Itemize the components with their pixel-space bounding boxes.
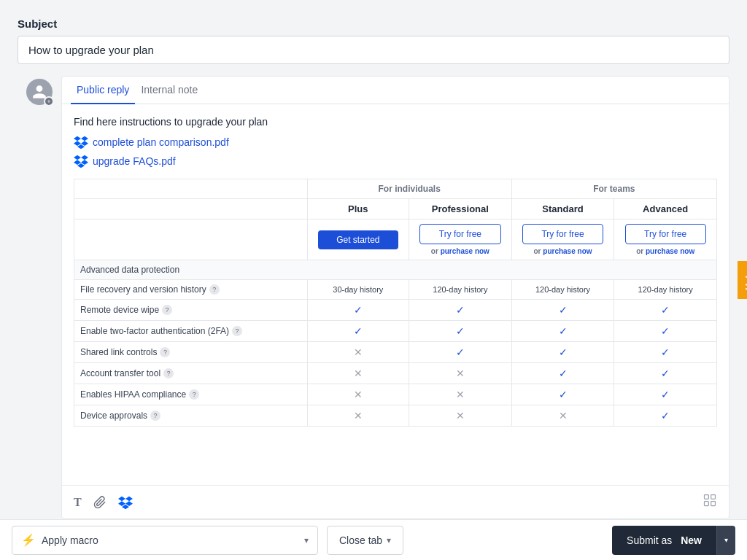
editor-body[interactable]: Find here instructions to upgrade your p… bbox=[62, 104, 729, 485]
feature-name-remote-wipe: Remote device wipe bbox=[80, 305, 159, 315]
dropbox-attach-icon[interactable] bbox=[118, 495, 133, 510]
submit-chevron-icon: ▾ bbox=[724, 536, 728, 544]
info-icon-2fa[interactable]: ? bbox=[232, 326, 242, 336]
table-row: File recovery and version history ? 30-d… bbox=[74, 280, 717, 300]
feature-check: ✓ bbox=[354, 325, 363, 337]
submit-new-label: New bbox=[681, 534, 702, 546]
info-icon-file-recovery[interactable]: ? bbox=[209, 284, 220, 295]
feature-check: ✓ bbox=[354, 304, 363, 316]
purchase-link-standard: or purchase now bbox=[518, 247, 608, 255]
file-link-1[interactable]: complete plan comparison.pdf bbox=[74, 135, 717, 149]
macro-label: Apply macro bbox=[42, 534, 98, 546]
feature-name-account-transfer: Account transfer tool bbox=[80, 368, 160, 378]
feature-cross: ✕ bbox=[456, 410, 465, 421]
feature-value: 120-day history bbox=[535, 285, 590, 294]
file-link-2-text: upgrade FAQs.pdf bbox=[93, 155, 176, 167]
add-user-badge-icon bbox=[46, 98, 52, 104]
editor-panel: Public reply Internal note Find here ins… bbox=[61, 76, 729, 519]
close-tab-label: Close tab bbox=[339, 534, 382, 546]
for-individuals-header: For individuals bbox=[307, 179, 511, 199]
feature-cross: ✕ bbox=[456, 368, 465, 379]
text-format-icon[interactable]: T bbox=[74, 496, 82, 509]
chevron-down-icon: ▾ bbox=[304, 535, 309, 545]
feature-name-shared-link: Shared link controls bbox=[80, 347, 157, 357]
bottom-bar: ⚡ Apply macro ▾ Close tab ▾ Submit as Ne… bbox=[0, 519, 747, 560]
subject-input[interactable] bbox=[18, 36, 729, 64]
help-button[interactable]: Help bbox=[738, 261, 747, 299]
info-icon-shared-link[interactable]: ? bbox=[160, 347, 170, 357]
feature-cross: ✕ bbox=[354, 389, 363, 400]
submit-button-group: Submit as New ▾ bbox=[612, 526, 735, 555]
close-tab-button[interactable]: Close tab ▾ bbox=[327, 526, 403, 555]
feature-check: ✓ bbox=[661, 304, 670, 316]
get-started-button[interactable]: Get started bbox=[318, 230, 398, 249]
feature-check: ✓ bbox=[661, 389, 670, 400]
table-row: Remote device wipe ? ✓ ✓ ✓ ✓ bbox=[74, 300, 717, 321]
avatar-badge bbox=[44, 96, 54, 106]
feature-cross: ✕ bbox=[354, 410, 363, 421]
purchase-link-advanced: or purchase now bbox=[620, 247, 711, 255]
plan-plus: Plus bbox=[314, 203, 403, 214]
close-tab-chevron-icon: ▾ bbox=[387, 535, 391, 545]
avatar-column bbox=[18, 76, 61, 519]
feature-name-2fa: Enable two-factor authentication (2FA) bbox=[80, 326, 229, 336]
feature-check: ✓ bbox=[661, 410, 670, 421]
feature-value: 120-day history bbox=[638, 285, 693, 294]
table-row: Device approvals ? ✕ ✕ ✕ ✓ bbox=[74, 405, 717, 427]
feature-check: ✓ bbox=[456, 346, 465, 358]
tab-internal-note[interactable]: Internal note bbox=[135, 77, 204, 104]
feature-cross: ✕ bbox=[354, 368, 363, 379]
submit-dropdown-button[interactable]: ▾ bbox=[716, 526, 735, 555]
svg-rect-3 bbox=[711, 502, 716, 506]
feature-name-device-approvals: Device approvals bbox=[80, 411, 147, 421]
feature-check: ✓ bbox=[661, 346, 670, 358]
tab-public-reply[interactable]: Public reply bbox=[71, 77, 135, 104]
dropbox-icon-2 bbox=[74, 154, 88, 168]
dropbox-icon-1 bbox=[74, 135, 88, 149]
svg-rect-0 bbox=[705, 495, 709, 499]
lightning-icon: ⚡ bbox=[21, 533, 36, 547]
purchase-link-professional: or purchase now bbox=[415, 247, 506, 255]
try-free-standard-button[interactable]: Try for free bbox=[522, 224, 603, 244]
feature-cross: ✕ bbox=[559, 410, 568, 421]
comparison-table: For individuals For teams Plus Professio… bbox=[74, 179, 717, 427]
expand-toolbar-icon[interactable] bbox=[703, 493, 717, 511]
submit-as-new-button[interactable]: Submit as New bbox=[612, 526, 716, 555]
info-icon-hipaa[interactable]: ? bbox=[189, 389, 199, 400]
plan-professional: Professional bbox=[415, 203, 506, 214]
subject-label: Subject bbox=[18, 18, 729, 30]
plan-standard: Standard bbox=[518, 203, 608, 214]
feature-check: ✓ bbox=[559, 389, 568, 400]
tab-bar: Public reply Internal note bbox=[62, 77, 729, 104]
feature-check: ✓ bbox=[559, 325, 568, 337]
file-link-2[interactable]: upgrade FAQs.pdf bbox=[74, 154, 717, 168]
for-teams-header: For teams bbox=[511, 179, 716, 199]
main-content: Subject Public reply Internal note bbox=[0, 0, 747, 519]
feature-check: ✓ bbox=[559, 346, 568, 358]
info-icon-device-approvals[interactable]: ? bbox=[150, 411, 160, 421]
try-free-advanced-button[interactable]: Try for free bbox=[625, 224, 706, 244]
feature-name-file-recovery: File recovery and version history bbox=[80, 284, 206, 295]
feature-cross: ✕ bbox=[354, 346, 363, 358]
section-header-advanced: Advanced data protection bbox=[74, 260, 717, 280]
info-icon-account-transfer[interactable]: ? bbox=[163, 368, 174, 378]
toolbar-left: T bbox=[74, 495, 133, 510]
feature-value: 30-day history bbox=[333, 285, 383, 294]
feature-check: ✓ bbox=[559, 368, 568, 379]
feature-check: ✓ bbox=[661, 325, 670, 337]
table-row: Enables HIPAA compliance ? ✕ ✕ ✓ ✓ bbox=[74, 384, 717, 405]
try-free-professional-button[interactable]: Try for free bbox=[419, 224, 500, 244]
editor-toolbar: T bbox=[62, 485, 729, 518]
apply-macro-button[interactable]: ⚡ Apply macro ▾ bbox=[12, 526, 318, 555]
svg-rect-1 bbox=[711, 495, 716, 499]
feature-check: ✓ bbox=[456, 325, 465, 337]
table-row: Shared link controls ? ✕ ✓ ✓ ✓ bbox=[74, 342, 717, 363]
feature-check: ✓ bbox=[661, 368, 670, 379]
feature-value: 120-day history bbox=[433, 285, 487, 294]
info-icon-remote-wipe[interactable]: ? bbox=[162, 305, 172, 315]
plan-advanced: Advanced bbox=[620, 203, 711, 214]
intro-text: Find here instructions to upgrade your p… bbox=[74, 116, 717, 128]
attachment-icon[interactable] bbox=[93, 496, 107, 509]
submit-label: Submit as bbox=[627, 534, 672, 546]
file-link-1-text: complete plan comparison.pdf bbox=[93, 136, 229, 148]
